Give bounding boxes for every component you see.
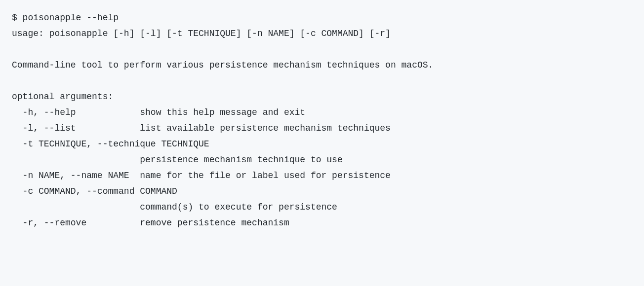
optional-args-header: optional arguments: [12,92,113,102]
terminal-output: $ poisonapple --help usage: poisonapple … [12,10,632,231]
usage-line: usage: poisonapple [-h] [-l] [-t TECHNIQ… [12,29,391,38]
arg-technique-desc: persistence mechanism technique to use [12,155,343,165]
arg-list: -l, --list list available persistence me… [12,123,391,133]
command-line: $ poisonapple --help [12,13,119,23]
arg-remove: -r, --remove remove persistence mechanis… [12,218,289,228]
arg-technique-flag: -t TECHNIQUE, --technique TECHNIQUE [12,139,209,149]
arg-command-flag: -c COMMAND, --command COMMAND [12,186,177,196]
arg-help: -h, --help show this help message and ex… [12,107,305,117]
description-line: Command-line tool to perform various per… [12,60,433,70]
arg-command-desc: command(s) to execute for persistence [12,202,337,212]
arg-name: -n NAME, --name NAME name for the file o… [12,171,391,180]
